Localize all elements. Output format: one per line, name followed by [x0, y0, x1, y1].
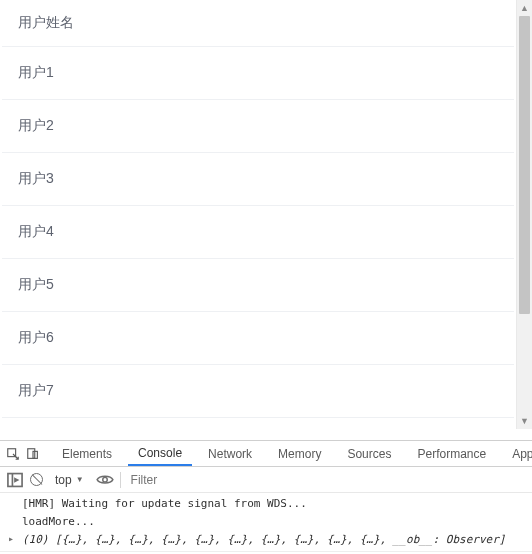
list-item: 用户5	[2, 259, 514, 312]
context-label: top	[55, 473, 72, 487]
inspect-element-icon[interactable]	[6, 445, 20, 463]
tab-memory[interactable]: Memory	[268, 441, 331, 466]
console-sidebar-toggle-icon[interactable]	[6, 471, 24, 489]
list-item: 用户3	[2, 153, 514, 206]
tab-elements[interactable]: Elements	[52, 441, 122, 466]
console-message: [HMR] Waiting for update signal from WDS…	[0, 495, 532, 513]
clear-console-icon[interactable]	[30, 473, 43, 486]
tab-application[interactable]: Applic	[502, 441, 532, 466]
live-expression-icon[interactable]	[96, 471, 114, 489]
devtools-panel: Elements Console Network Memory Sources …	[0, 440, 532, 554]
tab-console[interactable]: Console	[128, 441, 192, 466]
scroll-thumb[interactable]	[519, 16, 530, 314]
scrollbar[interactable]: ▲ ▼	[516, 0, 532, 429]
scroll-up-arrow-icon[interactable]: ▲	[517, 0, 533, 16]
chevron-down-icon: ▼	[76, 475, 84, 484]
list-item: 用户7	[2, 365, 514, 418]
separator	[120, 472, 121, 488]
tab-network[interactable]: Network	[198, 441, 262, 466]
devtools-tabs: Elements Console Network Memory Sources …	[0, 441, 532, 467]
console-object[interactable]: (10) [{…}, {…}, {…}, {…}, {…}, {…}, {…},…	[0, 531, 532, 549]
list-item: 用户4	[2, 206, 514, 259]
console-message: loadMore...	[0, 513, 532, 531]
filter-input[interactable]	[127, 471, 526, 489]
console-toolbar: top ▼	[0, 467, 532, 493]
list-item: 用户2	[2, 100, 514, 153]
tab-sources[interactable]: Sources	[337, 441, 401, 466]
console-output: [HMR] Waiting for update signal from WDS…	[0, 493, 532, 551]
user-list[interactable]: 用户姓名 用户1 用户2 用户3 用户4 用户5 用户6 用户7	[0, 0, 516, 429]
svg-point-4	[102, 477, 107, 482]
list-item: 用户1	[2, 47, 514, 100]
scroll-down-arrow-icon[interactable]: ▼	[517, 413, 533, 429]
list-item: 用户6	[2, 312, 514, 365]
list-header: 用户姓名	[2, 0, 514, 47]
svg-rect-1	[28, 448, 35, 458]
tab-performance[interactable]: Performance	[407, 441, 496, 466]
device-toggle-icon[interactable]	[26, 445, 40, 463]
context-selector[interactable]: top ▼	[49, 473, 90, 487]
